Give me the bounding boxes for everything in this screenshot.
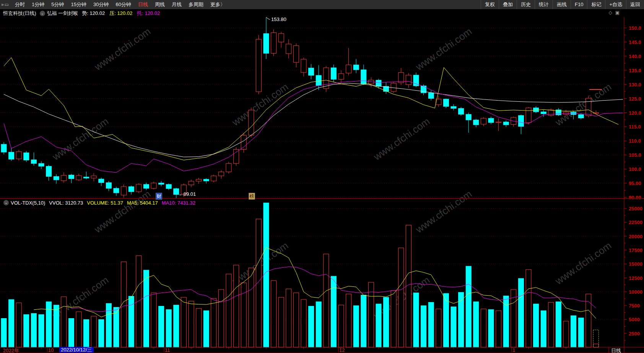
watermark: www.cfchi.com <box>553 81 613 129</box>
volume-value: MA10: 7431.32 <box>162 200 195 206</box>
svg-text:105.0: 105.0 <box>629 152 641 158</box>
svg-text:15000: 15000 <box>629 261 642 267</box>
volume-value: VVOL: 3120.73 <box>49 200 83 206</box>
svg-text:7500: 7500 <box>629 303 640 309</box>
svg-text:←89.01: ←89.01 <box>179 191 196 197</box>
indicator-value: 托: 120.02 <box>137 10 160 16</box>
watermark: www.cfchi.com <box>413 26 474 73</box>
menu-item-更多〉[interactable]: 更多〉 <box>207 0 229 9</box>
svg-text:115.0: 115.0 <box>629 124 641 130</box>
period-label[interactable]: 日线 <box>611 347 621 353</box>
svg-text:90.00: 90.00 <box>629 195 641 200</box>
menu-item-月线[interactable]: 月线 <box>168 0 185 9</box>
svg-text:100.0: 100.0 <box>629 166 641 172</box>
menu-item-历史[interactable]: 历史 <box>517 0 535 9</box>
pane-icons[interactable]: ◇▣ <box>608 10 623 15</box>
svg-text:120.0: 120.0 <box>629 110 641 116</box>
svg-text:125.0: 125.0 <box>629 96 641 102</box>
watermark: www.cfchi.com <box>371 115 432 163</box>
svg-text:153.80: 153.80 <box>271 16 286 22</box>
indicator-name[interactable]: 弘福 一剑封喉 <box>47 10 78 17</box>
collapse-sidebar-icon[interactable]: »▭ <box>0 2 11 7</box>
watermark: www.cfchi.com <box>413 188 474 236</box>
menu-item-分时[interactable]: 分时 <box>11 0 28 9</box>
svg-text:2500: 2500 <box>629 331 640 337</box>
menu-item-15分钟[interactable]: 15分钟 <box>68 0 90 9</box>
volume-indicator-name[interactable]: VOL-TDX(5,10) <box>11 200 45 206</box>
chevron-down-icon[interactable]: ⌄ <box>40 11 45 16</box>
svg-text:135.0: 135.0 <box>629 68 641 73</box>
menu-item-叠加[interactable]: 叠加 <box>499 0 517 9</box>
month-label-10: 10 <box>48 347 54 353</box>
svg-text:150.0: 150.0 <box>629 25 641 31</box>
menu-item-F10[interactable]: F10 <box>571 0 587 9</box>
menu-item-周线[interactable]: 周线 <box>151 0 168 9</box>
svg-text:12500: 12500 <box>629 275 642 281</box>
time-axis-bar[interactable]: 2022年 2022/10/12/三 1011121 日线 <box>0 346 644 353</box>
menu-item-多周期[interactable]: 多周期 <box>185 0 207 9</box>
svg-text:17500: 17500 <box>629 247 642 253</box>
menu-item-60分钟[interactable]: 60分钟 <box>112 0 134 9</box>
month-label-12: 12 <box>339 347 345 353</box>
menu-item-复权[interactable]: 复权 <box>481 0 499 9</box>
menu-item-+自选[interactable]: +自选 <box>605 0 626 9</box>
info-bar: 恒玄科技(日线) ⌄ 弘福 一剑封喉 势: 120.02压: 120.02托: … <box>0 9 644 17</box>
indicator-value: 势: 120.02 <box>82 10 105 16</box>
watermark: www.cfchi.com <box>92 26 153 73</box>
watermark: www.cfchi.com <box>50 115 111 163</box>
volume-value: MA5: 5404.17 <box>127 200 158 206</box>
svg-text:95.00: 95.00 <box>629 181 641 186</box>
svg-text:140.0: 140.0 <box>629 54 641 59</box>
indicator-values: 势: 120.02压: 120.02托: 120.02 <box>82 10 164 17</box>
tools-menu: 复权叠加历史统计画线F10标记+自选返回 <box>481 0 644 9</box>
svg-text:110.0: 110.0 <box>629 138 641 144</box>
svg-text:20000: 20000 <box>629 234 642 239</box>
svg-text:145.0: 145.0 <box>629 39 641 45</box>
menu-item-返回[interactable]: 返回 <box>626 0 644 9</box>
menu-item-统计[interactable]: 统计 <box>535 0 553 9</box>
chevron-down-icon[interactable]: ⌄ <box>3 200 9 205</box>
selected-date-badge: 2022/10/12/三 <box>59 347 94 353</box>
menu-item-画线[interactable]: 画线 <box>553 0 571 9</box>
svg-text:25000: 25000 <box>629 206 642 211</box>
event-flag-榜[interactable]: 榜 <box>249 193 255 200</box>
event-flag-财[interactable]: 财 <box>156 193 162 200</box>
month-label-1: 1 <box>512 347 515 353</box>
menu-item-5分钟[interactable]: 5分钟 <box>48 0 67 9</box>
year-label: 2022年 <box>3 347 19 353</box>
indicator-value: 压: 120.02 <box>109 10 132 16</box>
watermark: www.cfchi.com <box>553 240 613 287</box>
stock-title[interactable]: 恒玄科技(日线) <box>3 10 36 17</box>
period-menu: 分时1分钟5分钟15分钟30分钟60分钟日线周线月线多周期更多〉 <box>11 0 229 9</box>
volume-values: VVOL: 3120.73VOLUME: 51.37MA5: 5404.17MA… <box>49 200 199 206</box>
svg-text:10000: 10000 <box>629 289 642 295</box>
menu-item-30分钟[interactable]: 30分钟 <box>90 0 112 9</box>
top-menu-bar: »▭ 分时1分钟5分钟15分钟30分钟60分钟日线周线月线多周期更多〉 复权叠加… <box>0 0 644 9</box>
volume-value: VOLUME: 51.37 <box>87 200 123 206</box>
menu-item-1分钟[interactable]: 1分钟 <box>28 0 48 9</box>
menu-item-标记[interactable]: 标记 <box>587 0 605 9</box>
chart-canvas[interactable]: www.cfchi.comwww.cfchi.comwww.cfchi.comw… <box>0 0 644 353</box>
volume-header: ⌄ VOL-TDX(5,10) VVOL: 3120.73VOLUME: 51.… <box>2 199 199 206</box>
menu-item-日线[interactable]: 日线 <box>135 0 151 9</box>
month-label-11: 11 <box>165 347 170 353</box>
svg-text:5000: 5000 <box>629 317 640 322</box>
app-window: »▭ 分时1分钟5分钟15分钟30分钟60分钟日线周线月线多周期更多〉 复权叠加… <box>0 0 644 353</box>
svg-text:130.0: 130.0 <box>629 82 641 88</box>
svg-text:22500: 22500 <box>629 220 642 225</box>
